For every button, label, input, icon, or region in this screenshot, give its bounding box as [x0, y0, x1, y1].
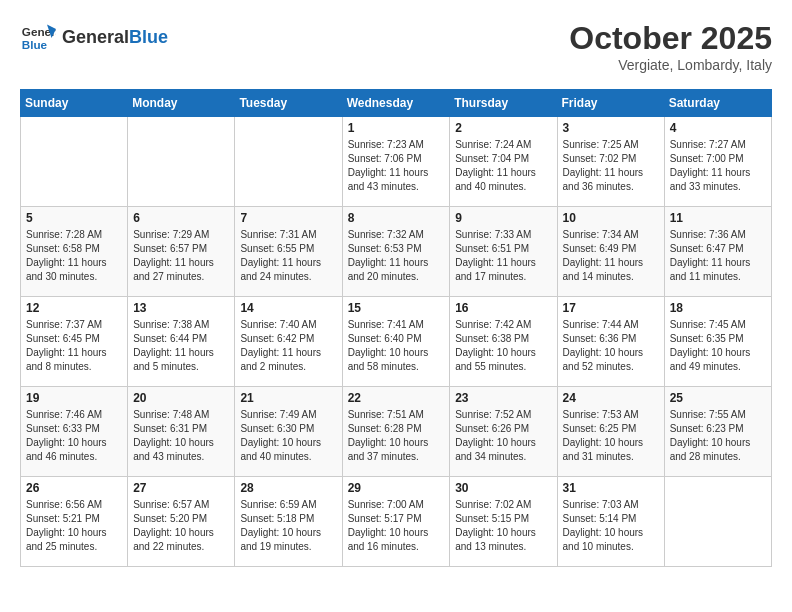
day-number: 31 — [563, 481, 659, 495]
weekday-header-thursday: Thursday — [450, 90, 557, 117]
calendar-cell: 24Sunrise: 7:53 AMSunset: 6:25 PMDayligh… — [557, 387, 664, 477]
calendar-cell: 10Sunrise: 7:34 AMSunset: 6:49 PMDayligh… — [557, 207, 664, 297]
day-number: 4 — [670, 121, 766, 135]
month-title: October 2025 — [569, 20, 772, 57]
calendar-cell: 6Sunrise: 7:29 AMSunset: 6:57 PMDaylight… — [128, 207, 235, 297]
calendar-cell: 7Sunrise: 7:31 AMSunset: 6:55 PMDaylight… — [235, 207, 342, 297]
day-number: 29 — [348, 481, 445, 495]
day-number: 21 — [240, 391, 336, 405]
day-number: 8 — [348, 211, 445, 225]
day-info: Sunrise: 7:38 AMSunset: 6:44 PMDaylight:… — [133, 318, 229, 374]
day-info: Sunrise: 7:02 AMSunset: 5:15 PMDaylight:… — [455, 498, 551, 554]
calendar-cell: 30Sunrise: 7:02 AMSunset: 5:15 PMDayligh… — [450, 477, 557, 567]
day-info: Sunrise: 7:29 AMSunset: 6:57 PMDaylight:… — [133, 228, 229, 284]
calendar-cell: 12Sunrise: 7:37 AMSunset: 6:45 PMDayligh… — [21, 297, 128, 387]
week-row-5: 26Sunrise: 6:56 AMSunset: 5:21 PMDayligh… — [21, 477, 772, 567]
logo: General Blue GeneralBlue — [20, 20, 168, 56]
day-number: 20 — [133, 391, 229, 405]
calendar-cell: 17Sunrise: 7:44 AMSunset: 6:36 PMDayligh… — [557, 297, 664, 387]
day-number: 18 — [670, 301, 766, 315]
day-info: Sunrise: 7:25 AMSunset: 7:02 PMDaylight:… — [563, 138, 659, 194]
calendar-cell: 9Sunrise: 7:33 AMSunset: 6:51 PMDaylight… — [450, 207, 557, 297]
day-info: Sunrise: 7:23 AMSunset: 7:06 PMDaylight:… — [348, 138, 445, 194]
calendar-cell: 14Sunrise: 7:40 AMSunset: 6:42 PMDayligh… — [235, 297, 342, 387]
calendar-cell: 19Sunrise: 7:46 AMSunset: 6:33 PMDayligh… — [21, 387, 128, 477]
day-info: Sunrise: 7:27 AMSunset: 7:00 PMDaylight:… — [670, 138, 766, 194]
calendar-cell: 25Sunrise: 7:55 AMSunset: 6:23 PMDayligh… — [664, 387, 771, 477]
day-info: Sunrise: 6:56 AMSunset: 5:21 PMDaylight:… — [26, 498, 122, 554]
day-info: Sunrise: 7:24 AMSunset: 7:04 PMDaylight:… — [455, 138, 551, 194]
day-number: 7 — [240, 211, 336, 225]
calendar-cell — [664, 477, 771, 567]
calendar-cell: 29Sunrise: 7:00 AMSunset: 5:17 PMDayligh… — [342, 477, 450, 567]
weekday-header-friday: Friday — [557, 90, 664, 117]
day-number: 15 — [348, 301, 445, 315]
day-number: 30 — [455, 481, 551, 495]
calendar-cell: 22Sunrise: 7:51 AMSunset: 6:28 PMDayligh… — [342, 387, 450, 477]
day-number: 10 — [563, 211, 659, 225]
day-info: Sunrise: 7:37 AMSunset: 6:45 PMDaylight:… — [26, 318, 122, 374]
calendar-cell: 2Sunrise: 7:24 AMSunset: 7:04 PMDaylight… — [450, 117, 557, 207]
day-info: Sunrise: 7:45 AMSunset: 6:35 PMDaylight:… — [670, 318, 766, 374]
day-number: 16 — [455, 301, 551, 315]
calendar-cell: 3Sunrise: 7:25 AMSunset: 7:02 PMDaylight… — [557, 117, 664, 207]
day-number: 1 — [348, 121, 445, 135]
day-number: 26 — [26, 481, 122, 495]
day-info: Sunrise: 7:48 AMSunset: 6:31 PMDaylight:… — [133, 408, 229, 464]
day-number: 24 — [563, 391, 659, 405]
calendar-cell: 20Sunrise: 7:48 AMSunset: 6:31 PMDayligh… — [128, 387, 235, 477]
calendar-table: SundayMondayTuesdayWednesdayThursdayFrid… — [20, 89, 772, 567]
week-row-1: 1Sunrise: 7:23 AMSunset: 7:06 PMDaylight… — [21, 117, 772, 207]
calendar-cell: 23Sunrise: 7:52 AMSunset: 6:26 PMDayligh… — [450, 387, 557, 477]
weekday-header-monday: Monday — [128, 90, 235, 117]
week-row-3: 12Sunrise: 7:37 AMSunset: 6:45 PMDayligh… — [21, 297, 772, 387]
calendar-cell: 26Sunrise: 6:56 AMSunset: 5:21 PMDayligh… — [21, 477, 128, 567]
calendar-cell: 11Sunrise: 7:36 AMSunset: 6:47 PMDayligh… — [664, 207, 771, 297]
day-info: Sunrise: 7:41 AMSunset: 6:40 PMDaylight:… — [348, 318, 445, 374]
week-row-4: 19Sunrise: 7:46 AMSunset: 6:33 PMDayligh… — [21, 387, 772, 477]
day-info: Sunrise: 7:52 AMSunset: 6:26 PMDaylight:… — [455, 408, 551, 464]
day-number: 6 — [133, 211, 229, 225]
calendar-cell: 28Sunrise: 6:59 AMSunset: 5:18 PMDayligh… — [235, 477, 342, 567]
calendar-cell: 5Sunrise: 7:28 AMSunset: 6:58 PMDaylight… — [21, 207, 128, 297]
calendar-cell: 31Sunrise: 7:03 AMSunset: 5:14 PMDayligh… — [557, 477, 664, 567]
weekday-header-tuesday: Tuesday — [235, 90, 342, 117]
day-number: 3 — [563, 121, 659, 135]
day-info: Sunrise: 7:28 AMSunset: 6:58 PMDaylight:… — [26, 228, 122, 284]
calendar-cell: 13Sunrise: 7:38 AMSunset: 6:44 PMDayligh… — [128, 297, 235, 387]
calendar-cell: 8Sunrise: 7:32 AMSunset: 6:53 PMDaylight… — [342, 207, 450, 297]
weekday-header-saturday: Saturday — [664, 90, 771, 117]
page-header: General Blue GeneralBlue October 2025 Ve… — [20, 20, 772, 73]
day-info: Sunrise: 7:51 AMSunset: 6:28 PMDaylight:… — [348, 408, 445, 464]
day-number: 11 — [670, 211, 766, 225]
day-info: Sunrise: 7:40 AMSunset: 6:42 PMDaylight:… — [240, 318, 336, 374]
day-number: 23 — [455, 391, 551, 405]
day-info: Sunrise: 7:03 AMSunset: 5:14 PMDaylight:… — [563, 498, 659, 554]
calendar-cell: 15Sunrise: 7:41 AMSunset: 6:40 PMDayligh… — [342, 297, 450, 387]
day-info: Sunrise: 7:49 AMSunset: 6:30 PMDaylight:… — [240, 408, 336, 464]
calendar-cell — [235, 117, 342, 207]
day-number: 28 — [240, 481, 336, 495]
day-info: Sunrise: 7:33 AMSunset: 6:51 PMDaylight:… — [455, 228, 551, 284]
calendar-cell: 4Sunrise: 7:27 AMSunset: 7:00 PMDaylight… — [664, 117, 771, 207]
calendar-cell: 1Sunrise: 7:23 AMSunset: 7:06 PMDaylight… — [342, 117, 450, 207]
day-number: 27 — [133, 481, 229, 495]
day-number: 9 — [455, 211, 551, 225]
logo-text: GeneralBlue — [62, 28, 168, 48]
location: Vergiate, Lombardy, Italy — [569, 57, 772, 73]
day-info: Sunrise: 7:31 AMSunset: 6:55 PMDaylight:… — [240, 228, 336, 284]
header-row: SundayMondayTuesdayWednesdayThursdayFrid… — [21, 90, 772, 117]
calendar-cell — [21, 117, 128, 207]
day-info: Sunrise: 7:44 AMSunset: 6:36 PMDaylight:… — [563, 318, 659, 374]
svg-text:Blue: Blue — [22, 38, 48, 51]
calendar-cell: 18Sunrise: 7:45 AMSunset: 6:35 PMDayligh… — [664, 297, 771, 387]
logo-icon: General Blue — [20, 20, 56, 56]
weekday-header-wednesday: Wednesday — [342, 90, 450, 117]
day-info: Sunrise: 7:42 AMSunset: 6:38 PMDaylight:… — [455, 318, 551, 374]
day-number: 2 — [455, 121, 551, 135]
calendar-cell: 16Sunrise: 7:42 AMSunset: 6:38 PMDayligh… — [450, 297, 557, 387]
calendar-cell: 27Sunrise: 6:57 AMSunset: 5:20 PMDayligh… — [128, 477, 235, 567]
day-number: 17 — [563, 301, 659, 315]
calendar-cell — [128, 117, 235, 207]
day-info: Sunrise: 7:36 AMSunset: 6:47 PMDaylight:… — [670, 228, 766, 284]
